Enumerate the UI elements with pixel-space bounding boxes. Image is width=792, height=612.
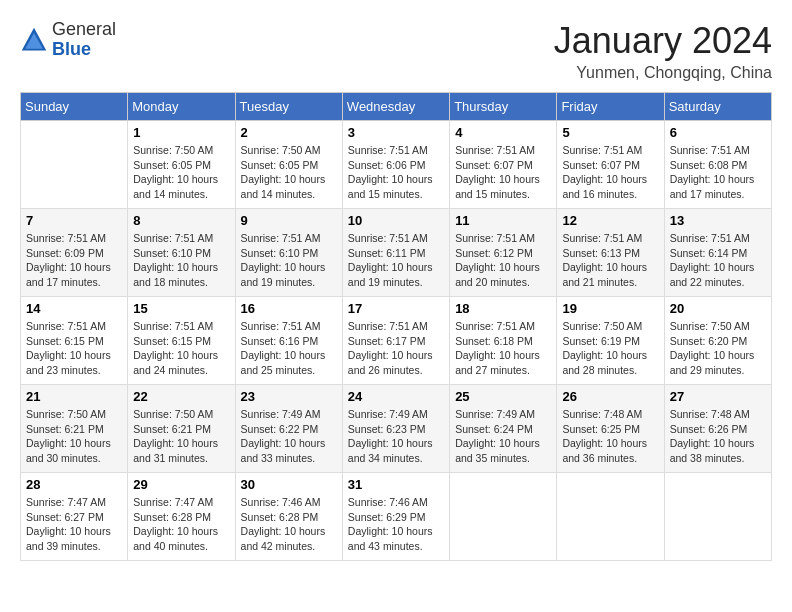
calendar-cell: 10Sunrise: 7:51 AM Sunset: 6:11 PM Dayli…: [342, 209, 449, 297]
calendar-cell: 2Sunrise: 7:50 AM Sunset: 6:05 PM Daylig…: [235, 121, 342, 209]
calendar-cell: 20Sunrise: 7:50 AM Sunset: 6:20 PM Dayli…: [664, 297, 771, 385]
day-number: 1: [133, 125, 229, 140]
calendar-header-thursday: Thursday: [450, 93, 557, 121]
calendar-cell: 5Sunrise: 7:51 AM Sunset: 6:07 PM Daylig…: [557, 121, 664, 209]
day-number: 5: [562, 125, 658, 140]
title-section: January 2024 Yunmen, Chongqing, China: [554, 20, 772, 82]
day-number: 16: [241, 301, 337, 316]
calendar-cell: 29Sunrise: 7:47 AM Sunset: 6:28 PM Dayli…: [128, 473, 235, 561]
day-info: Sunrise: 7:51 AM Sunset: 6:09 PM Dayligh…: [26, 231, 122, 290]
calendar-cell: 11Sunrise: 7:51 AM Sunset: 6:12 PM Dayli…: [450, 209, 557, 297]
header: General Blue January 2024 Yunmen, Chongq…: [20, 20, 772, 82]
day-info: Sunrise: 7:51 AM Sunset: 6:07 PM Dayligh…: [562, 143, 658, 202]
calendar-cell: 17Sunrise: 7:51 AM Sunset: 6:17 PM Dayli…: [342, 297, 449, 385]
calendar-cell: 6Sunrise: 7:51 AM Sunset: 6:08 PM Daylig…: [664, 121, 771, 209]
calendar-cell: [450, 473, 557, 561]
day-number: 4: [455, 125, 551, 140]
calendar-cell: [664, 473, 771, 561]
logo-general: General: [52, 19, 116, 39]
day-info: Sunrise: 7:51 AM Sunset: 6:08 PM Dayligh…: [670, 143, 766, 202]
week-row-1: 1Sunrise: 7:50 AM Sunset: 6:05 PM Daylig…: [21, 121, 772, 209]
day-number: 10: [348, 213, 444, 228]
day-number: 14: [26, 301, 122, 316]
calendar-cell: 1Sunrise: 7:50 AM Sunset: 6:05 PM Daylig…: [128, 121, 235, 209]
day-number: 15: [133, 301, 229, 316]
calendar-cell: 3Sunrise: 7:51 AM Sunset: 6:06 PM Daylig…: [342, 121, 449, 209]
calendar-cell: 14Sunrise: 7:51 AM Sunset: 6:15 PM Dayli…: [21, 297, 128, 385]
calendar-header-saturday: Saturday: [664, 93, 771, 121]
week-row-3: 14Sunrise: 7:51 AM Sunset: 6:15 PM Dayli…: [21, 297, 772, 385]
calendar-cell: 19Sunrise: 7:50 AM Sunset: 6:19 PM Dayli…: [557, 297, 664, 385]
calendar-cell: 24Sunrise: 7:49 AM Sunset: 6:23 PM Dayli…: [342, 385, 449, 473]
day-number: 9: [241, 213, 337, 228]
day-info: Sunrise: 7:51 AM Sunset: 6:18 PM Dayligh…: [455, 319, 551, 378]
calendar-cell: [557, 473, 664, 561]
day-info: Sunrise: 7:48 AM Sunset: 6:25 PM Dayligh…: [562, 407, 658, 466]
location: Yunmen, Chongqing, China: [554, 64, 772, 82]
day-number: 11: [455, 213, 551, 228]
day-info: Sunrise: 7:51 AM Sunset: 6:14 PM Dayligh…: [670, 231, 766, 290]
day-number: 25: [455, 389, 551, 404]
calendar: SundayMondayTuesdayWednesdayThursdayFrid…: [20, 92, 772, 561]
day-number: 27: [670, 389, 766, 404]
day-info: Sunrise: 7:50 AM Sunset: 6:21 PM Dayligh…: [133, 407, 229, 466]
day-info: Sunrise: 7:51 AM Sunset: 6:16 PM Dayligh…: [241, 319, 337, 378]
day-number: 12: [562, 213, 658, 228]
calendar-cell: 8Sunrise: 7:51 AM Sunset: 6:10 PM Daylig…: [128, 209, 235, 297]
calendar-header-wednesday: Wednesday: [342, 93, 449, 121]
day-info: Sunrise: 7:51 AM Sunset: 6:15 PM Dayligh…: [26, 319, 122, 378]
calendar-cell: 4Sunrise: 7:51 AM Sunset: 6:07 PM Daylig…: [450, 121, 557, 209]
calendar-cell: 9Sunrise: 7:51 AM Sunset: 6:10 PM Daylig…: [235, 209, 342, 297]
day-number: 26: [562, 389, 658, 404]
calendar-cell: 7Sunrise: 7:51 AM Sunset: 6:09 PM Daylig…: [21, 209, 128, 297]
day-info: Sunrise: 7:51 AM Sunset: 6:06 PM Dayligh…: [348, 143, 444, 202]
day-info: Sunrise: 7:50 AM Sunset: 6:20 PM Dayligh…: [670, 319, 766, 378]
logo: General Blue: [20, 20, 116, 60]
calendar-cell: [21, 121, 128, 209]
day-number: 21: [26, 389, 122, 404]
day-info: Sunrise: 7:50 AM Sunset: 6:21 PM Dayligh…: [26, 407, 122, 466]
logo-text: General Blue: [52, 20, 116, 60]
day-number: 19: [562, 301, 658, 316]
day-number: 18: [455, 301, 551, 316]
day-number: 8: [133, 213, 229, 228]
day-number: 3: [348, 125, 444, 140]
day-info: Sunrise: 7:50 AM Sunset: 6:05 PM Dayligh…: [241, 143, 337, 202]
day-number: 6: [670, 125, 766, 140]
logo-blue: Blue: [52, 39, 91, 59]
day-info: Sunrise: 7:47 AM Sunset: 6:28 PM Dayligh…: [133, 495, 229, 554]
day-number: 24: [348, 389, 444, 404]
calendar-cell: 18Sunrise: 7:51 AM Sunset: 6:18 PM Dayli…: [450, 297, 557, 385]
day-number: 7: [26, 213, 122, 228]
day-number: 22: [133, 389, 229, 404]
calendar-cell: 25Sunrise: 7:49 AM Sunset: 6:24 PM Dayli…: [450, 385, 557, 473]
calendar-header-tuesday: Tuesday: [235, 93, 342, 121]
day-info: Sunrise: 7:46 AM Sunset: 6:28 PM Dayligh…: [241, 495, 337, 554]
day-info: Sunrise: 7:49 AM Sunset: 6:22 PM Dayligh…: [241, 407, 337, 466]
calendar-cell: 27Sunrise: 7:48 AM Sunset: 6:26 PM Dayli…: [664, 385, 771, 473]
day-info: Sunrise: 7:51 AM Sunset: 6:11 PM Dayligh…: [348, 231, 444, 290]
day-number: 17: [348, 301, 444, 316]
day-number: 29: [133, 477, 229, 492]
calendar-cell: 26Sunrise: 7:48 AM Sunset: 6:25 PM Dayli…: [557, 385, 664, 473]
day-info: Sunrise: 7:47 AM Sunset: 6:27 PM Dayligh…: [26, 495, 122, 554]
week-row-5: 28Sunrise: 7:47 AM Sunset: 6:27 PM Dayli…: [21, 473, 772, 561]
day-info: Sunrise: 7:49 AM Sunset: 6:24 PM Dayligh…: [455, 407, 551, 466]
week-row-2: 7Sunrise: 7:51 AM Sunset: 6:09 PM Daylig…: [21, 209, 772, 297]
week-row-4: 21Sunrise: 7:50 AM Sunset: 6:21 PM Dayli…: [21, 385, 772, 473]
day-info: Sunrise: 7:51 AM Sunset: 6:10 PM Dayligh…: [241, 231, 337, 290]
day-info: Sunrise: 7:51 AM Sunset: 6:17 PM Dayligh…: [348, 319, 444, 378]
day-number: 2: [241, 125, 337, 140]
day-info: Sunrise: 7:50 AM Sunset: 6:19 PM Dayligh…: [562, 319, 658, 378]
day-info: Sunrise: 7:51 AM Sunset: 6:07 PM Dayligh…: [455, 143, 551, 202]
day-number: 31: [348, 477, 444, 492]
calendar-cell: 23Sunrise: 7:49 AM Sunset: 6:22 PM Dayli…: [235, 385, 342, 473]
calendar-cell: 12Sunrise: 7:51 AM Sunset: 6:13 PM Dayli…: [557, 209, 664, 297]
day-info: Sunrise: 7:51 AM Sunset: 6:15 PM Dayligh…: [133, 319, 229, 378]
calendar-cell: 30Sunrise: 7:46 AM Sunset: 6:28 PM Dayli…: [235, 473, 342, 561]
calendar-header-row: SundayMondayTuesdayWednesdayThursdayFrid…: [21, 93, 772, 121]
calendar-cell: 15Sunrise: 7:51 AM Sunset: 6:15 PM Dayli…: [128, 297, 235, 385]
calendar-cell: 21Sunrise: 7:50 AM Sunset: 6:21 PM Dayli…: [21, 385, 128, 473]
day-info: Sunrise: 7:48 AM Sunset: 6:26 PM Dayligh…: [670, 407, 766, 466]
calendar-cell: 31Sunrise: 7:46 AM Sunset: 6:29 PM Dayli…: [342, 473, 449, 561]
